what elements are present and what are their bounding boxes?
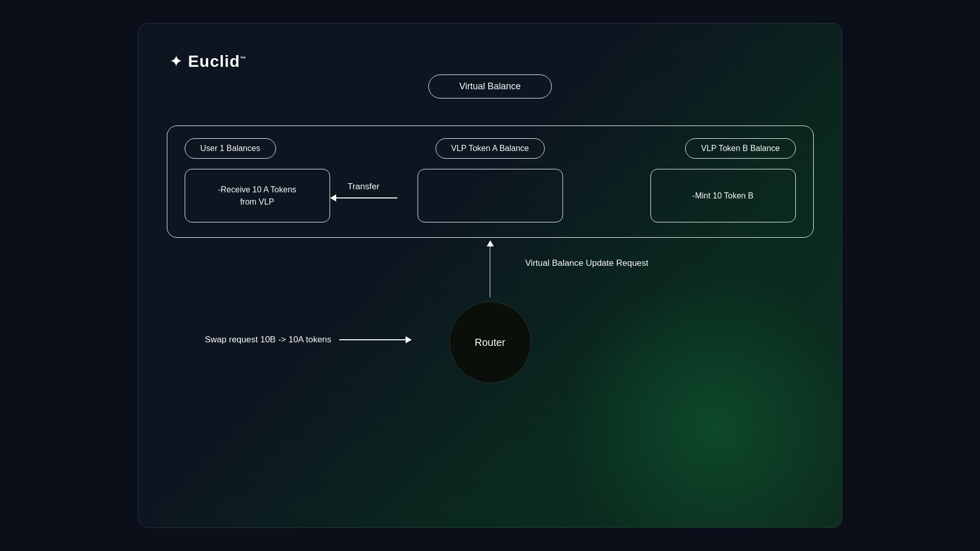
vlp-token-b-header: VLP Token B Balance <box>685 138 795 159</box>
user1-content-box: -Receive 10 A Tokensfrom VLP <box>185 169 330 222</box>
vb-update-request-label: Virtual Balance Update Request <box>525 258 648 268</box>
user1-text: -Receive 10 A Tokensfrom VLP <box>218 184 296 208</box>
swap-request-label: Swap request 10B -> 10A tokens <box>205 335 332 345</box>
logo-star-icon: ✦ <box>169 52 183 71</box>
arrow-line <box>336 197 397 198</box>
logo-text: Euclid™ <box>188 52 247 71</box>
arrow-up-head-icon <box>487 240 494 246</box>
transfer-arrow <box>330 194 397 202</box>
arrow-up-line <box>490 246 491 297</box>
transfer-label: Transfer <box>347 182 380 192</box>
swap-arrow-head-icon <box>406 336 412 343</box>
vlp-b-content-box: -Mint 10 Token B <box>650 169 796 222</box>
router-node: Router <box>449 302 531 383</box>
update-request-arrow <box>487 240 494 297</box>
swap-request-area: Swap request 10B -> 10A tokens <box>205 335 412 345</box>
transfer-area: Transfer <box>330 182 397 202</box>
swap-arrow-line <box>339 339 406 340</box>
vlp-a-content-box <box>417 169 563 222</box>
arrow-head-left-icon <box>330 194 336 202</box>
main-container: ✦ Euclid™ Virtual Balance User 1 Balance… <box>138 23 842 528</box>
user1-balances-header: User 1 Balances <box>185 138 276 159</box>
virtual-balance-header: Virtual Balance <box>428 74 552 98</box>
vlp-b-text: -Mint 10 Token B <box>692 190 753 202</box>
vlp-token-a-header: VLP Token A Balance <box>435 138 544 159</box>
swap-arrow <box>339 336 412 343</box>
router-label: Router <box>474 337 505 348</box>
logo: ✦ Euclid™ <box>169 52 247 71</box>
